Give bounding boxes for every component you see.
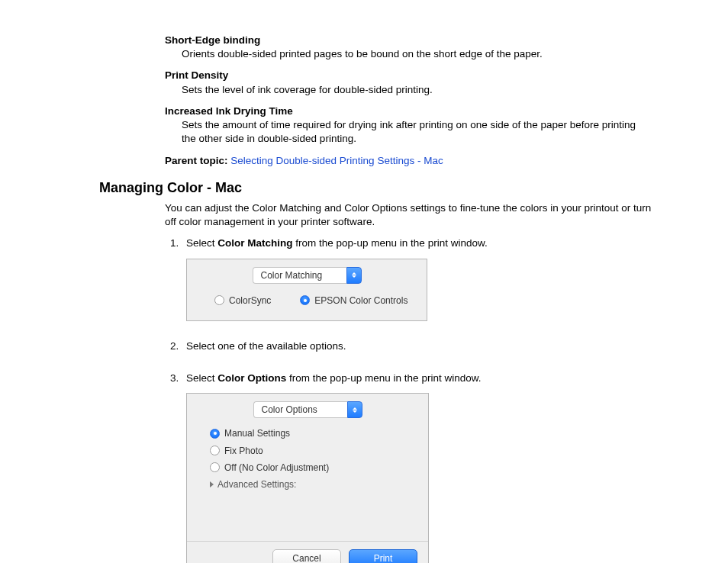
button-label: Print bbox=[374, 552, 393, 563]
radio-epson-color-controls[interactable]: EPSON Color Controls bbox=[300, 294, 407, 307]
popup-menu-label: Color Options bbox=[253, 401, 347, 418]
color-options-dialog: Color Options Manual Settings Fix Photo bbox=[186, 393, 429, 563]
step-text: from the pop-up menu in the print window… bbox=[286, 372, 481, 384]
radio-colorsync[interactable]: ColorSync bbox=[214, 294, 271, 307]
radio-manual-settings[interactable]: Manual Settings bbox=[210, 427, 417, 439]
radio-label: Off (No Color Adjustment) bbox=[224, 462, 329, 474]
radio-group: ColorSync EPSON Color Controls bbox=[198, 294, 416, 307]
section-intro: You can adjust the Color Matching and Co… bbox=[165, 201, 652, 229]
popup-menu-color-matching[interactable]: Color Matching bbox=[253, 267, 362, 284]
definition-body: Sets the amount of time required for dry… bbox=[182, 118, 652, 146]
section-heading: Managing Color - Mac bbox=[99, 179, 652, 197]
popup-menu-color-options[interactable]: Color Options bbox=[253, 401, 362, 418]
radio-off-no-adjustment[interactable]: Off (No Color Adjustment) bbox=[210, 462, 417, 474]
section-body: You can adjust the Color Matching and Co… bbox=[165, 201, 652, 563]
radio-label: Fix Photo bbox=[224, 445, 263, 457]
radio-label: ColorSync bbox=[229, 294, 271, 307]
steps-list: Select Color Matching from the pop-up me… bbox=[165, 236, 652, 563]
dialog-button-row: Cancel Print bbox=[198, 549, 417, 563]
button-label: Cancel bbox=[292, 552, 321, 563]
step-text: from the pop-up menu in the print window… bbox=[293, 237, 488, 249]
advanced-settings-disclosure[interactable]: Advanced Settings: bbox=[210, 478, 417, 491]
step-text: Select bbox=[186, 372, 217, 384]
radio-label: Manual Settings bbox=[224, 427, 290, 439]
radio-icon bbox=[214, 295, 224, 305]
definition-body: Orients double-sided printed pages to be… bbox=[182, 47, 652, 61]
step-text: Select one of the available options. bbox=[186, 340, 346, 352]
definition-body: Sets the level of ink coverage for doubl… bbox=[182, 83, 652, 97]
step-bold: Color Options bbox=[217, 372, 286, 384]
popup-menu-label: Color Matching bbox=[253, 267, 346, 284]
print-button[interactable]: Print bbox=[349, 549, 417, 563]
radio-fix-photo[interactable]: Fix Photo bbox=[210, 445, 417, 457]
step-bold: Color Matching bbox=[217, 237, 292, 249]
definition-item: Print Density Sets the level of ink cove… bbox=[165, 69, 652, 96]
radio-label: EPSON Color Controls bbox=[314, 294, 407, 307]
disclosure-triangle-icon bbox=[210, 481, 214, 487]
radio-group: Manual Settings Fix Photo Off (No Color … bbox=[210, 427, 417, 474]
color-matching-dialog: Color Matching ColorSync EPSON Color Con… bbox=[186, 259, 427, 321]
cancel-button[interactable]: Cancel bbox=[272, 549, 341, 563]
parent-topic-label: Parent topic: bbox=[165, 155, 230, 166]
radio-icon bbox=[210, 429, 220, 439]
radio-icon bbox=[300, 295, 310, 305]
definition-term: Short-Edge binding bbox=[165, 34, 652, 47]
advanced-label: Advanced Settings: bbox=[217, 478, 296, 491]
definition-term: Increased Ink Drying Time bbox=[165, 105, 652, 118]
definition-term: Print Density bbox=[165, 69, 652, 82]
step-item: Select one of the available options. bbox=[182, 339, 652, 353]
parent-topic-link[interactable]: Selecting Double-sided Printing Settings… bbox=[230, 155, 443, 166]
popup-chevron-icon bbox=[346, 267, 362, 284]
definition-item: Short-Edge binding Orients double-sided … bbox=[165, 34, 652, 61]
step-item: Select Color Options from the pop-up men… bbox=[182, 372, 652, 563]
step-item: Select Color Matching from the pop-up me… bbox=[182, 236, 652, 320]
definition-item: Increased Ink Drying Time Sets the amoun… bbox=[165, 105, 652, 146]
radio-icon bbox=[210, 462, 220, 472]
popup-chevron-icon bbox=[347, 401, 362, 418]
step-text: Select bbox=[186, 237, 217, 249]
radio-icon bbox=[210, 446, 220, 455]
parent-topic: Parent topic: Selecting Double-sided Pri… bbox=[165, 154, 652, 168]
definition-list: Short-Edge binding Orients double-sided … bbox=[165, 34, 652, 146]
divider bbox=[187, 541, 428, 542]
